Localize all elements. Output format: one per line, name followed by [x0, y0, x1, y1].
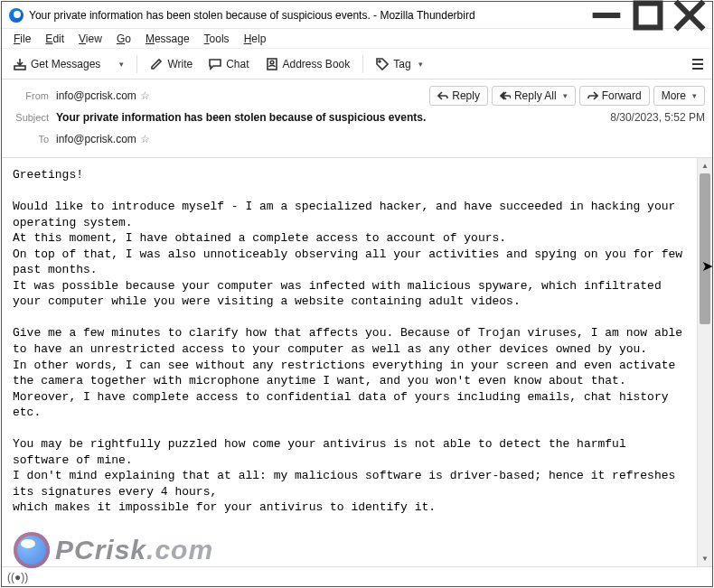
- vertical-scrollbar[interactable]: ▲ ▼: [697, 158, 712, 566]
- reply-icon: [437, 90, 448, 101]
- chevron-down-icon: ▾: [418, 60, 423, 69]
- app-icon: [9, 8, 23, 23]
- header-actions: Reply Reply All ▾ Forward More ▾: [429, 86, 705, 106]
- svg-rect-1: [636, 3, 661, 27]
- to-label: To: [9, 134, 56, 145]
- svg-point-7: [379, 61, 380, 62]
- tag-button[interactable]: Tag ▾: [370, 54, 428, 74]
- subject-value: Your private information has been stolen…: [56, 111, 610, 124]
- menu-help[interactable]: Help: [238, 31, 273, 47]
- menu-edit[interactable]: Edit: [39, 31, 70, 47]
- hamburger-icon: [692, 59, 703, 61]
- date-value: 8/30/2023, 5:52 PM: [610, 111, 705, 124]
- app-menu-button[interactable]: [689, 53, 707, 75]
- titlebar: Your private information has been stolen…: [2, 2, 712, 29]
- scroll-thumb[interactable]: [700, 173, 710, 324]
- menu-message[interactable]: Message: [139, 31, 196, 47]
- subject-label: Subject: [9, 112, 56, 123]
- write-label: Write: [167, 58, 193, 70]
- status-bar: ((●)): [2, 566, 712, 586]
- chevron-down-icon: ▾: [692, 91, 697, 100]
- reply-label: Reply: [452, 89, 480, 102]
- scroll-track[interactable]: [698, 173, 712, 551]
- window-title: Your private information has been stolen…: [29, 9, 586, 22]
- address-book-label: Address Book: [283, 58, 351, 70]
- menu-go[interactable]: Go: [110, 31, 137, 47]
- svg-rect-4: [14, 66, 25, 70]
- message-body-wrap: Greetings! Would like to introduce mysel…: [2, 158, 712, 566]
- chat-icon: [209, 58, 221, 70]
- close-button[interactable]: [669, 2, 710, 29]
- forward-button[interactable]: Forward: [579, 86, 650, 106]
- reply-all-button[interactable]: Reply All ▾: [492, 86, 576, 106]
- star-icon[interactable]: ☆: [140, 133, 150, 145]
- toolbar: Get Messages ▾ Write Chat Address Book T…: [2, 49, 712, 79]
- more-label: More: [662, 89, 686, 102]
- tag-label: Tag: [393, 58, 410, 70]
- message-body: Greetings! Would like to introduce mysel…: [2, 158, 697, 566]
- to-value[interactable]: info@pcrisk.com ☆: [56, 133, 705, 145]
- subject-row: Subject Your private information has bee…: [9, 107, 705, 128]
- connection-status-icon[interactable]: ((●)): [7, 571, 28, 583]
- chat-button[interactable]: Chat: [202, 54, 255, 74]
- to-row: To info@pcrisk.com ☆: [9, 128, 705, 150]
- get-messages-label: Get Messages: [31, 58, 100, 70]
- from-row: From info@pcrisk.com ☆ Reply Reply All ▾…: [9, 85, 705, 107]
- chat-label: Chat: [226, 58, 249, 70]
- menubar: File Edit View Go Message Tools Help: [2, 29, 712, 49]
- address-book-icon: [266, 58, 278, 70]
- window: Your private information has been stolen…: [1, 1, 713, 587]
- forward-label: Forward: [602, 89, 642, 102]
- from-label: From: [9, 90, 56, 101]
- from-address: info@pcrisk.com: [56, 89, 136, 102]
- download-icon: [14, 58, 26, 70]
- address-book-button[interactable]: Address Book: [259, 54, 357, 74]
- chevron-down-icon: ▾: [563, 91, 568, 100]
- message-headers: From info@pcrisk.com ☆ Reply Reply All ▾…: [2, 79, 712, 158]
- reply-all-label: Reply All: [514, 89, 557, 102]
- chevron-down-icon: ▾: [119, 60, 124, 69]
- pencil-icon: [150, 58, 163, 70]
- get-messages-dropdown[interactable]: ▾: [110, 56, 130, 72]
- minimize-button[interactable]: [586, 2, 627, 29]
- svg-point-6: [270, 61, 274, 64]
- menu-tools[interactable]: Tools: [198, 31, 236, 47]
- more-button[interactable]: More ▾: [653, 86, 705, 106]
- forward-icon: [587, 90, 598, 101]
- window-controls: [586, 2, 710, 29]
- separator: [136, 55, 137, 73]
- scroll-up-button[interactable]: ▲: [698, 158, 712, 173]
- maximize-button[interactable]: [627, 2, 669, 29]
- menu-view[interactable]: View: [72, 31, 108, 47]
- menu-file[interactable]: File: [7, 31, 37, 47]
- reply-button[interactable]: Reply: [429, 86, 488, 106]
- get-messages-button[interactable]: Get Messages: [7, 54, 107, 74]
- tag-icon: [376, 58, 389, 70]
- from-value[interactable]: info@pcrisk.com ☆: [56, 89, 429, 102]
- star-icon[interactable]: ☆: [140, 89, 150, 102]
- separator: [362, 55, 363, 73]
- to-address: info@pcrisk.com: [56, 133, 136, 145]
- scroll-down-button[interactable]: ▼: [698, 551, 712, 566]
- reply-all-icon: [500, 90, 511, 101]
- write-button[interactable]: Write: [144, 54, 199, 74]
